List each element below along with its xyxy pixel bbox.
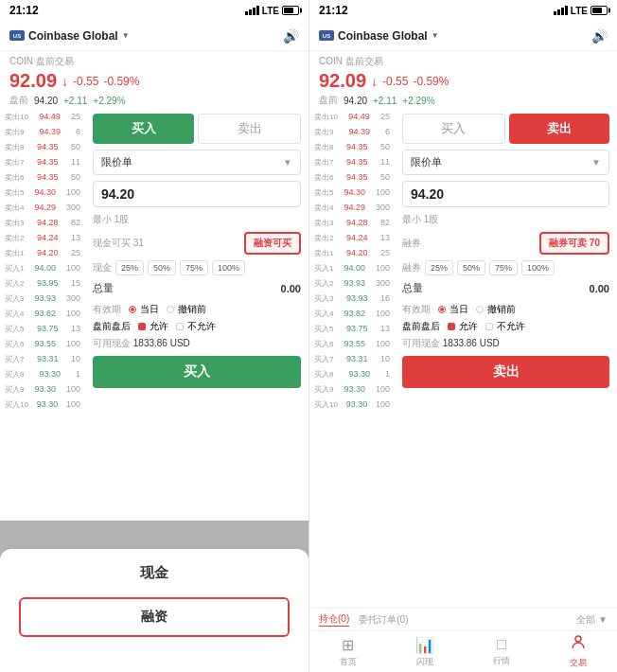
right-tab-home-label: 首页 bbox=[340, 656, 357, 668]
right-total-row: 总量 0.00 bbox=[402, 281, 609, 295]
right-lte: LTE bbox=[571, 6, 588, 16]
left-pct-row: 现金 25% 50% 75% 100% bbox=[93, 260, 301, 275]
right-tab-trade-label: 交易 bbox=[570, 657, 587, 669]
left-coin-label: COIN 盘前交易 bbox=[9, 55, 299, 68]
right-pct-25[interactable]: 25% bbox=[425, 260, 453, 275]
right-coin-info: COIN 盘前交易 92.09 ↓ -0.55 -0.59% 盘前 94.20 … bbox=[309, 51, 617, 109]
right-total-value: 0.00 bbox=[590, 283, 609, 294]
left-speaker-icon[interactable]: 🔊 bbox=[283, 28, 299, 44]
left-disallow-checkbox[interactable] bbox=[176, 323, 184, 330]
right-tab-flash[interactable]: 📊 闪现 bbox=[386, 631, 463, 672]
right-tab-home[interactable]: ⊞ 首页 bbox=[309, 631, 386, 672]
right-order-book: 卖出1094.4925 卖出994.396 卖出894.3550 卖出794.3… bbox=[309, 109, 395, 608]
table-row: 卖出594.30100 bbox=[0, 185, 85, 200]
table-row: 卖出194.2025 bbox=[0, 245, 85, 260]
left-dropdown-arrow[interactable]: ▼ bbox=[122, 31, 130, 40]
left-price-arrow: ↓ bbox=[62, 74, 68, 89]
left-price-input[interactable]: 94.20 bbox=[93, 181, 301, 207]
left-cash-label: 现金可买 31 bbox=[93, 237, 144, 250]
right-exchange-name: Coinbase Global bbox=[338, 29, 428, 43]
left-exchange-name: Coinbase Global bbox=[28, 29, 118, 43]
right-allow-label: 允许 bbox=[459, 320, 478, 333]
left-avail-row: 可用现金 1833.86 USD bbox=[93, 337, 301, 350]
left-order-type[interactable]: 限价单 ▼ bbox=[93, 150, 301, 175]
left-cash-value[interactable]: 融资可买 bbox=[244, 232, 301, 255]
right-pct-50[interactable]: 50% bbox=[457, 260, 485, 275]
right-trade-icon bbox=[570, 634, 587, 655]
left-radio-cancel[interactable] bbox=[167, 306, 174, 313]
right-margin-value[interactable]: 融券可卖 70 bbox=[539, 232, 609, 255]
right-validity-cancel: 撤销前 bbox=[487, 303, 516, 316]
table-row: 卖出294.2413 bbox=[0, 230, 85, 245]
table-row: 卖出494.29300 bbox=[0, 200, 85, 215]
right-dropdown-arrow[interactable]: ▼ bbox=[432, 31, 439, 40]
right-total-label: 总量 bbox=[402, 281, 423, 295]
table-row: 买入793.3110 bbox=[0, 351, 85, 366]
right-sell-button[interactable]: 卖出 bbox=[402, 356, 609, 388]
right-disallow-checkbox[interactable] bbox=[485, 323, 493, 330]
right-price-input[interactable]: 94.20 bbox=[402, 181, 609, 207]
right-pct-100[interactable]: 100% bbox=[521, 260, 555, 275]
table-row: 卖出794.3511 bbox=[0, 154, 85, 169]
left-status-bar: 21:12 LTE bbox=[0, 0, 308, 21]
left-signal bbox=[245, 6, 259, 15]
left-buy-tab[interactable]: 买入 bbox=[93, 114, 194, 144]
table-row: 买入893.301 bbox=[309, 366, 395, 381]
table-row: 卖出194.2025 bbox=[309, 245, 395, 260]
right-order-area: 卖出1094.4925 卖出994.396 卖出894.3550 卖出794.3… bbox=[309, 109, 617, 608]
right-holdings-all[interactable]: 全部 ▼ bbox=[576, 613, 608, 627]
right-buy-tab[interactable]: 买入 bbox=[402, 114, 505, 144]
left-sheet-option-margin[interactable]: 融资 bbox=[19, 597, 290, 637]
left-buy-button[interactable]: 买入 bbox=[93, 356, 301, 388]
left-allow-label: 允许 bbox=[150, 320, 168, 333]
left-bottom-sheet: 现金 融资 bbox=[0, 549, 308, 672]
left-trade-tabs: 买入 卖出 bbox=[93, 114, 301, 144]
left-pct-50[interactable]: 50% bbox=[148, 260, 176, 275]
table-row: 买入194.00100 bbox=[309, 260, 395, 275]
left-order-type-label: 限价单 bbox=[101, 155, 132, 169]
table-row: 买入293.93300 bbox=[309, 275, 395, 291]
right-disallow-label: 不允许 bbox=[497, 320, 525, 333]
left-disallow-label: 不允许 bbox=[187, 320, 216, 333]
left-pct-label: 现金 bbox=[93, 261, 112, 274]
right-pct-row: 融券 25% 50% 75% 100% bbox=[402, 260, 609, 275]
table-row: 卖出1094.4925 bbox=[0, 109, 85, 124]
left-pct-25[interactable]: 25% bbox=[115, 260, 144, 275]
right-allow-checkbox[interactable] bbox=[448, 323, 455, 330]
left-radio-today[interactable] bbox=[129, 306, 136, 313]
left-time: 21:12 bbox=[9, 4, 39, 17]
right-holdings-tab1[interactable]: 持仓(0) bbox=[319, 612, 349, 627]
right-price-change: -0.55 bbox=[382, 75, 408, 88]
right-holdings-tab2[interactable]: 委托订单(0) bbox=[359, 613, 408, 627]
left-pct-100[interactable]: 100% bbox=[212, 260, 245, 275]
left-header: US Coinbase Global ▼ 🔊 bbox=[0, 21, 308, 51]
right-order-type[interactable]: 限价单 ▼ bbox=[402, 150, 609, 175]
right-radio-today[interactable] bbox=[438, 306, 446, 313]
left-sheet-title: 现金 bbox=[19, 564, 290, 582]
left-open-label: 盘前 bbox=[9, 94, 28, 107]
table-row: 卖出694.3550 bbox=[0, 169, 85, 185]
right-open-chg-pct: +2.29% bbox=[402, 96, 434, 106]
table-row: 卖出294.2413 bbox=[309, 230, 395, 245]
right-sell-tab[interactable]: 卖出 bbox=[509, 114, 610, 144]
right-speaker-icon[interactable]: 🔊 bbox=[591, 28, 608, 44]
table-row: 卖出694.3550 bbox=[309, 169, 395, 185]
right-coin-price: 92.09 bbox=[319, 70, 366, 92]
left-pct-75[interactable]: 75% bbox=[180, 260, 208, 275]
right-status-bar: 21:12 LTE bbox=[309, 0, 617, 21]
left-validity-cancel: 撤销前 bbox=[178, 303, 206, 316]
table-row: 买入194.00100 bbox=[0, 260, 85, 275]
right-tab-market[interactable]: □ 行情 bbox=[464, 631, 540, 672]
right-radio-cancel[interactable] bbox=[476, 306, 484, 313]
left-sell-tab[interactable]: 卖出 bbox=[198, 114, 301, 144]
right-trade-form: 买入 卖出 限价单 ▼ 94.20 最小 1股 融券 融券可卖 70 融券 25… bbox=[395, 109, 617, 608]
table-row: 买入393.93300 bbox=[0, 291, 85, 306]
right-margin-label: 融券 bbox=[402, 237, 421, 250]
table-row: 卖出494.29300 bbox=[309, 200, 395, 215]
right-pct-75[interactable]: 75% bbox=[489, 260, 518, 275]
right-after-market-row: 盘前盘后 允许 不允许 bbox=[402, 320, 609, 333]
left-allow-checkbox[interactable] bbox=[138, 323, 146, 330]
table-row: 卖出794.3511 bbox=[309, 154, 395, 169]
table-row: 买入493.82100 bbox=[0, 306, 85, 321]
right-tab-trade[interactable]: 交易 bbox=[540, 631, 617, 672]
